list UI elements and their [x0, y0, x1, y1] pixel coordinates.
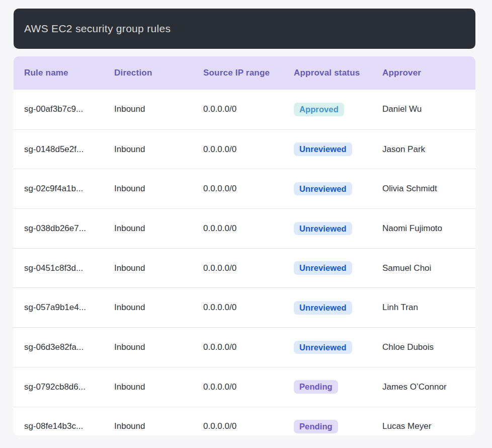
direction-cell: Inbound	[114, 104, 203, 114]
direction-cell: Inbound	[114, 342, 203, 352]
status-badge: Approved	[294, 103, 344, 116]
table-row[interactable]: sg-06d3e82fa... Inbound 0.0.0.0/0 Unrevi…	[14, 327, 475, 367]
source-ip-range-cell: 0.0.0.0/0	[203, 342, 294, 352]
rules-table-body: sg-00af3b7c9... Inbound 0.0.0.0/0 Approv…	[14, 90, 475, 435]
status-badge: Unreviewed	[294, 301, 352, 315]
approver-cell: Linh Tran	[382, 303, 475, 313]
approver-cell: Lucas Meyer	[382, 421, 475, 431]
status-badge: Unreviewed	[294, 142, 352, 156]
approver-cell: Jason Park	[382, 144, 475, 155]
direction-cell: Inbound	[114, 184, 203, 194]
page-title: AWS EC2 security group rules	[24, 23, 171, 35]
column-header-approval-status: Approval status	[294, 68, 382, 78]
status-badge: Unreviewed	[294, 261, 352, 275]
direction-cell: Inbound	[114, 223, 203, 234]
rule-name-cell: sg-06d3e82fa...	[24, 342, 114, 352]
table-row[interactable]: sg-02c9f4a1b... Inbound 0.0.0.0/0 Unrevi…	[14, 169, 475, 208]
source-ip-range-cell: 0.0.0.0/0	[203, 303, 294, 313]
approval-status-cell: Unreviewed	[294, 301, 382, 315]
column-header-approver: Approver	[382, 68, 475, 78]
rule-name-cell: sg-0451c8f3d...	[24, 263, 114, 273]
direction-cell: Inbound	[114, 421, 203, 431]
source-ip-range-cell: 0.0.0.0/0	[203, 144, 294, 155]
table-header-row: Rule name Direction Source IP range Appr…	[14, 56, 475, 90]
direction-cell: Inbound	[114, 144, 203, 155]
direction-cell: Inbound	[114, 303, 203, 313]
status-badge: Pending	[294, 380, 338, 394]
table-row[interactable]: sg-00af3b7c9... Inbound 0.0.0.0/0 Approv…	[14, 90, 475, 129]
status-badge: Unreviewed	[294, 182, 352, 196]
approver-cell: Daniel Wu	[382, 104, 475, 114]
table-row[interactable]: sg-08fe14b3c... Inbound 0.0.0.0/0 Pendin…	[14, 407, 475, 436]
approval-status-cell: Pending	[294, 420, 382, 433]
approver-cell: James O’Connor	[382, 382, 475, 392]
column-header-source-ip-range: Source IP range	[203, 68, 294, 78]
status-badge: Unreviewed	[294, 341, 352, 354]
table-row[interactable]: sg-0792cb8d6... Inbound 0.0.0.0/0 Pendin…	[14, 367, 475, 407]
source-ip-range-cell: 0.0.0.0/0	[203, 184, 294, 194]
table-row[interactable]: sg-0148d5e2f... Inbound 0.0.0.0/0 Unrevi…	[14, 129, 475, 169]
rule-name-cell: sg-038db26e7...	[24, 223, 114, 234]
approver-cell: Olivia Schmidt	[382, 184, 475, 194]
table-row[interactable]: sg-057a9b1e4... Inbound 0.0.0.0/0 Unrevi…	[14, 287, 475, 327]
rule-name-cell: sg-02c9f4a1b...	[24, 184, 114, 194]
approval-status-cell: Unreviewed	[294, 182, 382, 196]
source-ip-range-cell: 0.0.0.0/0	[203, 104, 294, 114]
source-ip-range-cell: 0.0.0.0/0	[203, 263, 294, 273]
rule-name-cell: sg-08fe14b3c...	[24, 421, 114, 431]
approval-status-cell: Unreviewed	[294, 261, 382, 275]
status-badge: Pending	[294, 420, 338, 433]
table-row[interactable]: sg-0451c8f3d... Inbound 0.0.0.0/0 Unrevi…	[14, 248, 475, 288]
title-bar: AWS EC2 security group rules	[14, 9, 475, 49]
approval-status-cell: Approved	[294, 103, 382, 116]
source-ip-range-cell: 0.0.0.0/0	[203, 421, 294, 431]
table-row[interactable]: sg-038db26e7... Inbound 0.0.0.0/0 Unrevi…	[14, 208, 475, 248]
column-header-rule-name: Rule name	[24, 68, 114, 78]
source-ip-range-cell: 0.0.0.0/0	[203, 382, 294, 392]
rule-name-cell: sg-00af3b7c9...	[24, 104, 114, 114]
rule-name-cell: sg-057a9b1e4...	[24, 303, 114, 313]
rule-name-cell: sg-0148d5e2f...	[24, 144, 114, 155]
approver-cell: Naomi Fujimoto	[382, 223, 475, 234]
source-ip-range-cell: 0.0.0.0/0	[203, 223, 294, 234]
approval-status-cell: Unreviewed	[294, 142, 382, 156]
approval-status-cell: Unreviewed	[294, 341, 382, 354]
column-header-direction: Direction	[114, 68, 203, 78]
direction-cell: Inbound	[114, 382, 203, 392]
approval-status-cell: Pending	[294, 380, 382, 394]
direction-cell: Inbound	[114, 263, 203, 273]
rule-name-cell: sg-0792cb8d6...	[24, 382, 114, 392]
approval-status-cell: Unreviewed	[294, 222, 382, 236]
approver-cell: Samuel Choi	[382, 263, 475, 273]
status-badge: Unreviewed	[294, 222, 352, 236]
approver-cell: Chloe Dubois	[382, 342, 475, 352]
